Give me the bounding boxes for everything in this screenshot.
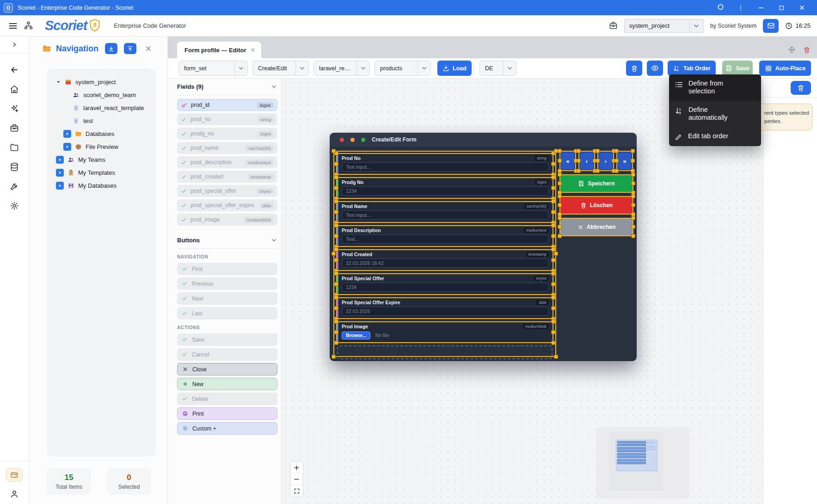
browse-button[interactable]: Browse...: [342, 332, 370, 339]
selection-handle[interactable]: [332, 355, 336, 359]
selection-handle[interactable]: [631, 203, 635, 207]
form-nav-first-button[interactable]: «: [560, 152, 575, 170]
close-window-button[interactable]: [798, 4, 806, 12]
selection-handle[interactable]: [334, 306, 338, 310]
datetime-input[interactable]: 22.03.2026 18:42: [342, 258, 549, 268]
tree-item-test[interactable]: test: [50, 114, 152, 127]
selection-handle[interactable]: [551, 210, 555, 214]
field-item-prod-id[interactable]: prod_id bigint: [177, 99, 277, 111]
date-input[interactable]: 22.03.2026: [342, 307, 549, 316]
field-item-prodg-no[interactable]: prodg_no bigint: [177, 128, 277, 140]
tree-item-scoriet-demo-team[interactable]: scoriet_demo_team: [50, 88, 152, 101]
mode-select[interactable]: Create/Edit: [252, 61, 309, 76]
auto-place-button[interactable]: Auto-Place: [759, 61, 811, 76]
button-item-close[interactable]: Close: [177, 363, 277, 375]
selection-handle[interactable]: [577, 159, 581, 163]
selection-handle[interactable]: [551, 282, 555, 286]
selection-handle[interactable]: [558, 194, 562, 198]
form-nav-previous-selection[interactable]: ‹: [578, 151, 595, 171]
preview-button[interactable]: [647, 61, 663, 76]
selection-handle[interactable]: [551, 175, 555, 179]
selection-handle[interactable]: [596, 159, 600, 163]
selection-handle[interactable]: [558, 172, 562, 177]
selection-handle[interactable]: [554, 355, 558, 359]
files-button[interactable]: [10, 143, 19, 152]
button-item-custom[interactable]: Custom +: [177, 422, 277, 435]
tree-item-my-templates[interactable]: My Templates: [50, 166, 152, 179]
wallet-button[interactable]: [6, 468, 23, 482]
form-field-prodg-no[interactable]: Prodg Nobigint 1234: [336, 177, 553, 199]
chevron-down-icon[interactable]: [689, 19, 703, 32]
close-navigation-button[interactable]: [145, 45, 152, 52]
selection-handle[interactable]: [558, 216, 562, 220]
language-select[interactable]: DE: [479, 61, 516, 76]
selection-handle[interactable]: [334, 341, 338, 345]
selection-handle[interactable]: [631, 181, 635, 185]
messages-button[interactable]: [763, 19, 779, 33]
hierarchy-icon[interactable]: [24, 21, 33, 30]
form-nav-last-button[interactable]: »: [617, 152, 632, 170]
tree-item-my-databases[interactable]: My Databases: [50, 179, 152, 192]
selection-handle[interactable]: [551, 258, 555, 262]
fit-view-button[interactable]: [290, 485, 303, 497]
tree-item-my-teams[interactable]: My Teams: [50, 153, 152, 166]
text-input[interactable]: Text input...: [342, 210, 549, 220]
field-item-prod-image[interactable]: prod_image mediumblob: [177, 214, 277, 226]
selection-handle[interactable]: [631, 225, 635, 229]
selection-handle[interactable]: [631, 194, 635, 198]
form-field-prod-name[interactable]: Prod Namevarchar(50) Text input...: [336, 201, 553, 223]
menu-item-edit-tab-order[interactable]: Edit tab order: [669, 127, 761, 146]
selection-handle[interactable]: [631, 172, 635, 177]
form-delete-selection[interactable]: Löschen: [559, 196, 633, 215]
selection-handle[interactable]: [334, 282, 338, 286]
selection-handle[interactable]: [577, 169, 581, 173]
empty-drop-zone[interactable]: [337, 345, 553, 359]
tree-item-databases[interactable]: Databases: [50, 127, 152, 140]
button-item-cancel[interactable]: Cancel: [177, 348, 277, 361]
form-field-prod-description[interactable]: Prod Descriptionmediumtext Text...: [336, 225, 553, 247]
text-input[interactable]: Text input...: [342, 162, 549, 172]
selection-handle[interactable]: [334, 271, 338, 276]
selection-handle[interactable]: [551, 320, 555, 324]
home-button[interactable]: [10, 85, 19, 94]
selection-handle[interactable]: [551, 247, 555, 252]
form-nav-first-selection[interactable]: «: [559, 151, 576, 171]
settings-button[interactable]: [10, 201, 19, 210]
textarea-input[interactable]: Text...: [342, 234, 549, 244]
table-select[interactable]: products: [375, 61, 431, 76]
selection-handle[interactable]: [614, 149, 619, 153]
selection-handle[interactable]: [551, 306, 555, 310]
selection-handle[interactable]: [596, 169, 600, 173]
form-cancel-selection[interactable]: Abbrechen: [559, 218, 633, 236]
selection-handle[interactable]: [334, 223, 338, 227]
selection-handle[interactable]: [334, 234, 338, 238]
extensions-icon[interactable]: [716, 4, 725, 12]
selection-handle[interactable]: [334, 175, 338, 179]
delete-form-button[interactable]: [626, 61, 642, 76]
form-nav-last-selection[interactable]: »: [616, 151, 633, 171]
selection-handle[interactable]: [551, 330, 555, 334]
form-field-prod-image[interactable]: Prod Imagemediumblob Browse... No file: [336, 321, 553, 343]
selection-handle[interactable]: [332, 252, 336, 256]
number-input[interactable]: 1234: [342, 186, 549, 196]
selection-handle[interactable]: [614, 169, 619, 173]
selection-handle[interactable]: [551, 223, 555, 227]
selection-handle[interactable]: [334, 258, 338, 262]
button-item-print[interactable]: Print: [177, 407, 277, 420]
button-item-save[interactable]: Save: [177, 333, 277, 346]
selection-handle[interactable]: [631, 234, 635, 238]
selection-handle[interactable]: [334, 330, 338, 334]
selection-handle[interactable]: [334, 199, 338, 203]
load-button[interactable]: Load: [437, 61, 472, 76]
selection-handle[interactable]: [332, 149, 336, 153]
selection-handle[interactable]: [558, 159, 562, 163]
selection-handle[interactable]: [551, 295, 555, 300]
form-field-prod-created[interactable]: Prod Createdtimestamp 22.03.2026 18:42: [336, 249, 553, 271]
buttons-section-header[interactable]: Buttons: [177, 232, 277, 249]
field-item-prod-special-offer[interactable]: prod_special_offer tinyint: [177, 185, 277, 197]
hamburger-menu-icon[interactable]: [8, 21, 18, 31]
maximize-button[interactable]: [777, 4, 786, 12]
expand-all-button[interactable]: [124, 43, 136, 54]
selection-handle[interactable]: [577, 149, 581, 153]
form-field-prod-special-offer[interactable]: Prod Special Offertinyint 1234: [336, 273, 553, 295]
